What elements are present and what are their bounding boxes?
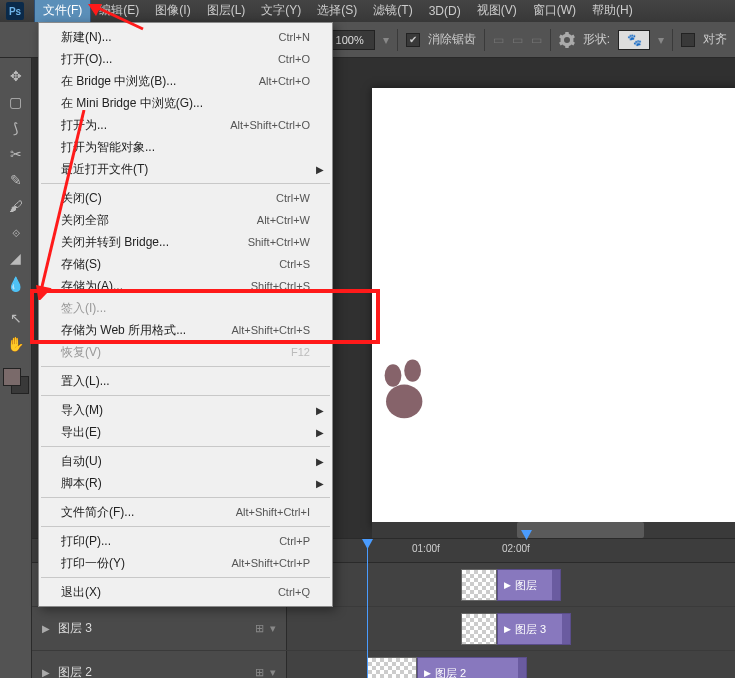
svg-point-1 bbox=[404, 359, 421, 381]
track-header[interactable]: ▶图层 2⊞▾ bbox=[32, 651, 287, 678]
brush-tool-icon[interactable]: 🖌 bbox=[4, 194, 28, 218]
align-icon-center[interactable]: ▭ bbox=[512, 33, 523, 47]
chevron-down-icon[interactable]: ▾ bbox=[270, 666, 276, 678]
menu-shortcut: Ctrl+N bbox=[279, 31, 310, 43]
menu-item[interactable]: 打印(P)...Ctrl+P bbox=[39, 530, 332, 552]
track-header[interactable]: ▶图层 3⊞▾ bbox=[32, 607, 287, 650]
shape-preset-picker[interactable]: 🐾 bbox=[618, 30, 650, 50]
menu-item[interactable]: 视图(V) bbox=[469, 0, 525, 22]
menu-item-label: 导出(E) bbox=[61, 424, 310, 441]
menu-item[interactable]: 存储为(A)...Shift+Ctrl+S bbox=[39, 275, 332, 297]
marquee-tool-icon[interactable]: ▢ bbox=[4, 90, 28, 114]
menu-item[interactable]: 退出(X)Ctrl+Q bbox=[39, 581, 332, 603]
svg-point-0 bbox=[385, 364, 402, 386]
antialias-checkbox[interactable]: ✔ bbox=[406, 33, 420, 47]
align-icon-left[interactable]: ▭ bbox=[493, 33, 504, 47]
gear-icon[interactable] bbox=[559, 32, 575, 48]
crop-tool-icon[interactable]: ✂ bbox=[4, 142, 28, 166]
menu-item-label: 存储为(A)... bbox=[61, 278, 251, 295]
menu-item-label: 文件简介(F)... bbox=[61, 504, 236, 521]
menu-item[interactable]: 导入(M)▶ bbox=[39, 399, 332, 421]
menu-shortcut: Alt+Shift+Ctrl+O bbox=[230, 119, 310, 131]
menu-item[interactable]: 滤镜(T) bbox=[365, 0, 420, 22]
menu-item[interactable]: 打开为智能对象... bbox=[39, 136, 332, 158]
ruler-mark: 02:00f bbox=[502, 543, 530, 554]
menu-shortcut: Alt+Shift+Ctrl+S bbox=[231, 324, 310, 336]
submenu-arrow-icon: ▶ bbox=[316, 164, 324, 175]
menu-item[interactable]: 置入(L)... bbox=[39, 370, 332, 392]
menu-item[interactable]: 编辑(E) bbox=[91, 0, 147, 22]
color-swatches[interactable] bbox=[3, 368, 29, 394]
menu-item[interactable]: 最近打开文件(T)▶ bbox=[39, 158, 332, 180]
track-toggle-icon[interactable]: ▶ bbox=[42, 667, 50, 678]
menu-item[interactable]: 打开为...Alt+Shift+Ctrl+O bbox=[39, 114, 332, 136]
menu-item[interactable]: 文件(F) bbox=[34, 0, 91, 23]
track-lane[interactable]: ▶图层 3 bbox=[287, 607, 735, 650]
menu-item[interactable]: 帮助(H) bbox=[584, 0, 641, 22]
menu-shortcut: Alt+Shift+Ctrl+I bbox=[236, 506, 310, 518]
clip-handle[interactable] bbox=[518, 658, 526, 678]
menu-item[interactable]: 窗口(W) bbox=[525, 0, 584, 22]
clip-thumbnail[interactable] bbox=[461, 569, 497, 601]
stamp-tool-icon[interactable]: ⟐ bbox=[4, 220, 28, 244]
move-tool-icon[interactable]: ✥ bbox=[4, 64, 28, 88]
scrollbar-thumb[interactable] bbox=[517, 522, 644, 538]
menu-shortcut: Alt+Ctrl+O bbox=[259, 75, 310, 87]
menu-item[interactable]: 存储(S)Ctrl+S bbox=[39, 253, 332, 275]
menu-item[interactable]: 3D(D) bbox=[421, 1, 469, 21]
droplet-tool-icon[interactable]: 💧 bbox=[4, 272, 28, 296]
track-lane[interactable]: ▶图层 bbox=[287, 563, 735, 606]
menu-item[interactable]: 存储为 Web 所用格式...Alt+Shift+Ctrl+S bbox=[39, 319, 332, 341]
align-icon-right[interactable]: ▭ bbox=[531, 33, 542, 47]
clip-thumbnail[interactable] bbox=[367, 657, 417, 678]
menu-item[interactable]: 图层(L) bbox=[199, 0, 254, 22]
menu-item[interactable]: 关闭并转到 Bridge...Shift+Ctrl+W bbox=[39, 231, 332, 253]
menu-item[interactable]: 图像(I) bbox=[147, 0, 198, 22]
path-tool-icon[interactable]: ↖ bbox=[4, 306, 28, 330]
track-toggle-icon[interactable]: ▶ bbox=[42, 623, 50, 634]
menu-item[interactable]: 关闭全部Alt+Ctrl+W bbox=[39, 209, 332, 231]
gradient-tool-icon[interactable]: ◢ bbox=[4, 246, 28, 270]
menu-item-label: 打开为... bbox=[61, 117, 230, 134]
menu-item[interactable]: 打印一份(Y)Alt+Shift+Ctrl+P bbox=[39, 552, 332, 574]
menu-item[interactable]: 文字(Y) bbox=[253, 0, 309, 22]
clip-bar[interactable]: ▶图层 3 bbox=[497, 613, 571, 645]
canvas[interactable] bbox=[372, 88, 735, 528]
clip-label: 图层 bbox=[515, 578, 537, 593]
menu-item[interactable]: 自动(U)▶ bbox=[39, 450, 332, 472]
menu-item[interactable]: 导出(E)▶ bbox=[39, 421, 332, 443]
chevron-down-icon[interactable]: ▾ bbox=[270, 622, 276, 635]
hand-tool-icon[interactable]: ✋ bbox=[4, 332, 28, 356]
clip-handle[interactable] bbox=[562, 614, 570, 644]
foreground-color[interactable] bbox=[3, 368, 21, 386]
lasso-tool-icon[interactable]: ⟆ bbox=[4, 116, 28, 140]
menu-item[interactable]: 在 Bridge 中浏览(B)...Alt+Ctrl+O bbox=[39, 70, 332, 92]
align-checkbox[interactable] bbox=[681, 33, 695, 47]
menu-item[interactable]: 打开(O)...Ctrl+O bbox=[39, 48, 332, 70]
menu-item-label: 打开(O)... bbox=[61, 51, 278, 68]
menu-item[interactable]: 在 Mini Bridge 中浏览(G)... bbox=[39, 92, 332, 114]
menu-item[interactable]: 脚本(R)▶ bbox=[39, 472, 332, 494]
menu-item[interactable]: 选择(S) bbox=[309, 0, 365, 22]
clip-thumbnail[interactable] bbox=[461, 613, 497, 645]
menu-item-label: 打印(P)... bbox=[61, 533, 279, 550]
menu-item[interactable]: 新建(N)...Ctrl+N bbox=[39, 26, 332, 48]
menu-item-label: 关闭全部 bbox=[61, 212, 257, 229]
track-name: 图层 3 bbox=[58, 620, 92, 637]
menu-shortcut: Ctrl+W bbox=[276, 192, 310, 204]
track-fx-icon[interactable]: ⊞ bbox=[255, 622, 264, 635]
track-fx-icon[interactable]: ⊞ bbox=[255, 666, 264, 678]
menu-item[interactable]: 关闭(C)Ctrl+W bbox=[39, 187, 332, 209]
menu-item-label: 脚本(R) bbox=[61, 475, 310, 492]
clip-handle[interactable] bbox=[552, 570, 560, 600]
menu-item[interactable]: 文件简介(F)...Alt+Shift+Ctrl+I bbox=[39, 501, 332, 523]
playhead[interactable] bbox=[367, 539, 368, 678]
clip-bar[interactable]: ▶图层 2 bbox=[417, 657, 527, 678]
file-menu-dropdown: 新建(N)...Ctrl+N打开(O)...Ctrl+O在 Bridge 中浏览… bbox=[38, 22, 333, 607]
menu-item-label: 置入(L)... bbox=[61, 373, 310, 390]
eyedropper-tool-icon[interactable]: ✎ bbox=[4, 168, 28, 192]
clip-bar[interactable]: ▶图层 bbox=[497, 569, 561, 601]
track-lane[interactable]: ▶图层 2 bbox=[287, 651, 735, 678]
menu-shortcut: F12 bbox=[291, 346, 310, 358]
horizontal-scrollbar[interactable] bbox=[372, 522, 735, 538]
